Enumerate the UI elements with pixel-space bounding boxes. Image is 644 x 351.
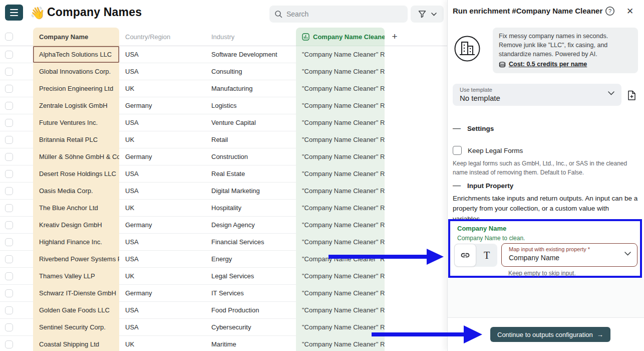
cell-company[interactable]: Britannia Retail PLC [33,131,119,148]
continue-button[interactable]: Continue to outputs configuration → [490,327,610,342]
search-input[interactable] [286,10,403,18]
row-checkbox[interactable] [5,272,13,280]
cell-industry[interactable]: Energy [205,251,296,268]
cell-company[interactable]: Oasis Media Corp. [33,183,119,200]
cost-line[interactable]: Cost: 0.5 credits per name [499,60,632,69]
cell-country[interactable]: USA [119,46,205,63]
cell-cleaner[interactable]: "Company Name Cleaner" R... [296,234,385,251]
cell-cleaner[interactable]: "Company Name Cleaner" R... [296,200,385,217]
help-button[interactable]: ? [604,5,616,17]
row-checkbox[interactable] [5,136,13,144]
cell-cleaner[interactable]: "Company Name Cleaner" R... [296,165,385,183]
cell-industry[interactable]: Retail [205,131,296,148]
column-header-company[interactable]: Company Name [33,28,119,46]
row-checkbox[interactable] [5,85,13,93]
cell-country[interactable]: USA [119,251,205,268]
cell-company[interactable]: Golden Gate Foods LLC [33,302,119,319]
cell-company[interactable]: Kreativ Design GmbH [33,217,119,234]
row-checkbox[interactable] [5,102,13,110]
template-select[interactable]: Use template No template [453,84,621,106]
cell-industry[interactable]: Venture Capital [205,114,296,131]
cell-country[interactable]: Germany [119,148,205,165]
row-checkbox[interactable] [5,289,13,297]
cell-industry[interactable]: Real Estate [205,165,296,183]
cell-country[interactable]: USA [119,165,205,183]
cell-cleaner[interactable]: "Company Name Cleaner" R... [296,336,385,351]
cell-country[interactable]: UK [119,80,205,97]
cell-company[interactable]: Müller & Söhne GmbH & Co... [33,148,119,165]
cell-country[interactable]: Germany [119,97,205,114]
column-header-cleaner[interactable]: Company Name Cleaner [296,28,385,46]
cell-company[interactable]: Sentinel Security Corp. [33,319,119,336]
custom-text-toggle[interactable]: T [476,244,497,267]
row-checkbox[interactable] [5,204,13,212]
settings-section-toggle[interactable]: — Settings [453,124,494,133]
cell-cleaner[interactable]: "Company Name Cleaner" R... [296,80,385,97]
cell-industry[interactable]: Hospitality [205,200,296,217]
column-header-industry[interactable]: Industry [205,28,296,46]
cell-country[interactable]: USA [119,183,205,200]
search-box[interactable] [269,6,408,23]
cell-industry[interactable]: Consulting [205,63,296,80]
row-checkbox[interactable] [5,340,13,348]
cell-country[interactable]: UK [119,336,205,351]
cell-company[interactable]: Precision Engineering Ltd [33,80,119,97]
cell-cleaner[interactable]: "Company Name Cleaner" R... [296,302,385,319]
cell-cleaner[interactable]: "Company Name Cleaner" R... [296,319,385,336]
row-checkbox[interactable] [5,119,13,127]
menu-button[interactable] [5,5,23,21]
row-checkbox[interactable] [5,68,13,76]
cell-cleaner[interactable]: "Company Name Cleaner" R... [296,131,385,148]
map-input-dropdown[interactable]: Map input with existing property * Compa… [501,243,637,267]
row-checkbox[interactable] [5,187,13,195]
cell-industry[interactable]: Construction [205,148,296,165]
row-checkbox[interactable] [5,323,13,331]
cell-country[interactable]: UK [119,268,205,285]
cell-industry[interactable]: Legal Services [205,268,296,285]
cell-company[interactable]: Coastal Shipping Ltd [33,336,119,351]
row-checkbox[interactable] [5,170,13,178]
cell-cleaner[interactable]: "Company Name Cleaner" R... [296,217,385,234]
cell-industry[interactable]: Design Agency [205,217,296,234]
cell-cleaner[interactable]: "Company Name Cleaner" R... [296,268,385,285]
cell-country[interactable]: Germany [119,285,205,302]
cell-country[interactable]: UK [119,131,205,148]
cell-cleaner[interactable]: "Company Name Cleaner" R... [296,285,385,302]
close-icon[interactable]: ✕ [624,5,636,17]
cell-country[interactable]: USA [119,234,205,251]
cell-company[interactable]: Thames Valley LLP [33,268,119,285]
input-property-section-toggle[interactable]: — Input Property [453,181,513,190]
row-checkbox[interactable] [5,153,13,161]
row-checkbox[interactable] [5,238,13,246]
cell-company[interactable]: AlphaTech Solutions LLC [33,46,119,63]
cell-cleaner[interactable]: "Company Name Cleaner" R... [296,251,385,268]
keep-legal-forms-checkbox[interactable] [453,146,462,155]
cell-company[interactable]: Schwarz IT-Dienste GmbH [33,285,119,302]
select-all-checkbox[interactable] [5,33,13,41]
save-template-icon[interactable] [625,89,637,101]
cell-industry[interactable]: Financial Services [205,234,296,251]
row-checkbox[interactable] [5,255,13,263]
cell-cleaner[interactable]: "Company Name Cleaner" R... [296,97,385,114]
cell-cleaner[interactable]: "Company Name Cleaner" R... [296,46,385,63]
cell-industry[interactable]: Logistics [205,97,296,114]
cell-country[interactable]: USA [119,114,205,131]
cell-company[interactable]: Zentrale Logistik GmbH [33,97,119,114]
cell-country[interactable]: UK [119,200,205,217]
cell-industry[interactable]: Software Development [205,46,296,63]
column-header-country[interactable]: Country/Region [119,28,205,46]
add-column-button[interactable]: + [385,28,405,46]
cell-cleaner[interactable]: "Company Name Cleaner" R... [296,148,385,165]
cell-industry[interactable]: Digital Marketing [205,183,296,200]
cell-country[interactable]: USA [119,319,205,336]
cell-company[interactable]: Riverbend Power Systems P... [33,251,119,268]
filter-button[interactable] [411,6,444,23]
cell-country[interactable]: USA [119,302,205,319]
row-checkbox[interactable] [5,51,13,59]
row-checkbox[interactable] [5,221,13,229]
cell-industry[interactable]: Cybersecurity [205,319,296,336]
cell-company[interactable]: Desert Rose Holdings LLC [33,165,119,183]
cell-cleaner[interactable]: "Company Name Cleaner" R... [296,183,385,200]
cell-country[interactable]: USA [119,63,205,80]
cell-industry[interactable]: Food Production [205,302,296,319]
